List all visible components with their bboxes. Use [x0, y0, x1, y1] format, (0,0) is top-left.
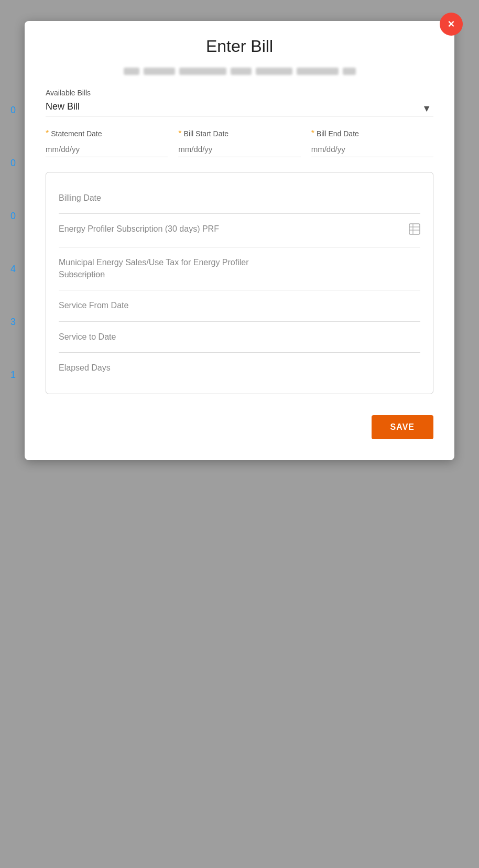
- date-fields-row: * Statement Date * Bill Start Date * Bil…: [46, 129, 433, 157]
- municipal-tax-text-part1: Municipal Energy Sales/Use Tax for Energ…: [59, 258, 249, 267]
- close-button[interactable]: ×: [440, 13, 463, 36]
- available-bills-label: Available Bills: [46, 89, 433, 97]
- blurred-banner: [46, 64, 433, 78]
- bill-end-date-input[interactable]: [311, 142, 433, 157]
- bill-start-date-required-star: *: [178, 129, 181, 138]
- municipal-tax-row: Municipal Energy Sales/Use Tax for Energ…: [59, 247, 420, 290]
- bill-start-date-field: * Bill Start Date: [178, 129, 300, 157]
- bg-num-1: 0: [0, 105, 16, 116]
- bill-end-date-label-text: Bill End Date: [317, 129, 359, 138]
- energy-profiler-text: Energy Profiler Subscription (30 days) P…: [59, 223, 402, 235]
- info-box: Billing Date Energy Profiler Subscriptio…: [46, 172, 433, 394]
- energy-profiler-row: Energy Profiler Subscription (30 days) P…: [59, 214, 420, 247]
- statement-date-field: * Statement Date: [46, 129, 168, 157]
- service-from-date-text: Service From Date: [59, 300, 420, 311]
- blur-block-7: [343, 68, 356, 75]
- bg-num-4: 4: [0, 264, 16, 275]
- statement-date-required-star: *: [46, 129, 49, 138]
- blur-block-3: [179, 68, 226, 75]
- table-icon: [409, 223, 420, 237]
- billing-date-text: Billing Date: [59, 192, 420, 204]
- close-icon: ×: [448, 17, 455, 31]
- elapsed-days-text: Elapsed Days: [59, 362, 420, 374]
- bill-end-date-required-star: *: [311, 129, 314, 138]
- bg-num-6: 1: [0, 370, 16, 381]
- service-to-date-row: Service to Date: [59, 322, 420, 353]
- bill-start-date-label-text: Bill Start Date: [184, 129, 229, 138]
- modal-title: Enter Bill: [46, 37, 433, 56]
- available-bills-section: Available Bills New Bill ▼: [46, 89, 433, 116]
- blur-block-2: [144, 68, 175, 75]
- service-to-date-text: Service to Date: [59, 331, 420, 343]
- billing-date-row: Billing Date: [59, 183, 420, 214]
- modal-footer: SAVE: [46, 410, 433, 439]
- blur-block-5: [256, 68, 292, 75]
- page-container: 0 0 0 4 3 1 × Enter Bill Available Bills: [0, 0, 479, 868]
- statement-date-input[interactable]: [46, 142, 168, 157]
- save-button[interactable]: SAVE: [372, 415, 433, 439]
- bg-num-5: 3: [0, 317, 16, 328]
- municipal-tax-text-part2: Subscription: [59, 270, 105, 279]
- background-numbers: 0 0 0 4 3 1: [0, 105, 16, 381]
- bill-end-date-field: * Bill End Date: [311, 129, 433, 157]
- statement-date-label-text: Statement Date: [51, 129, 102, 138]
- municipal-tax-text: Municipal Energy Sales/Use Tax for Energ…: [59, 257, 420, 280]
- service-from-date-row: Service From Date: [59, 290, 420, 321]
- blur-block-1: [124, 68, 139, 75]
- elapsed-days-row: Elapsed Days: [59, 353, 420, 383]
- blur-block-4: [231, 68, 252, 75]
- available-bills-dropdown[interactable]: New Bill: [46, 101, 433, 112]
- svg-rect-0: [409, 224, 420, 234]
- select-wrapper: New Bill ▼: [46, 101, 433, 116]
- modal: × Enter Bill Available Bills New Bill ▼: [25, 21, 454, 460]
- bg-num-2: 0: [0, 158, 16, 169]
- statement-date-label: * Statement Date: [46, 129, 168, 138]
- blur-block-6: [297, 68, 339, 75]
- bg-num-3: 0: [0, 211, 16, 222]
- bill-end-date-label: * Bill End Date: [311, 129, 433, 138]
- bill-start-date-input[interactable]: [178, 142, 300, 157]
- bill-start-date-label: * Bill Start Date: [178, 129, 300, 138]
